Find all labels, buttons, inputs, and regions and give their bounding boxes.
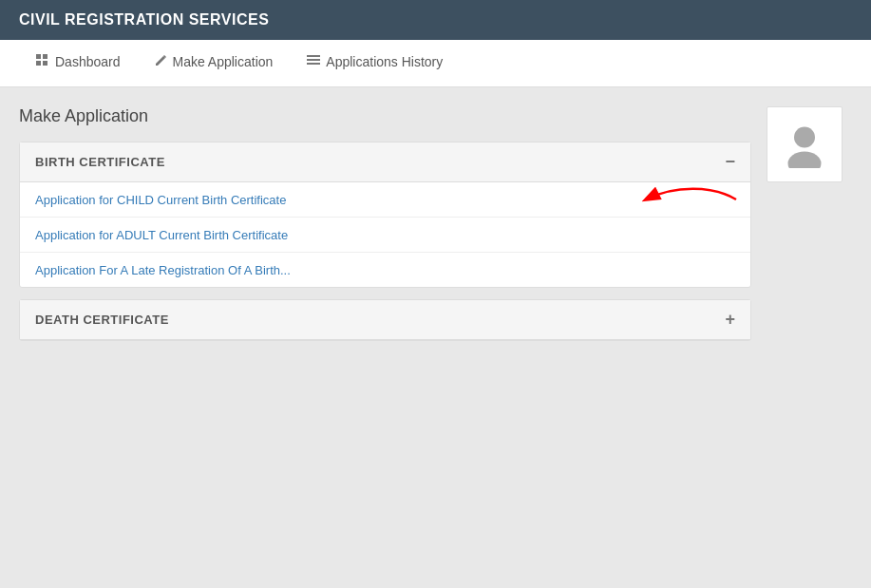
navbar: Dashboard Make Application Applications … (0, 40, 871, 87)
sidebar (767, 106, 852, 561)
list-item: Application for CHILD Current Birth Cert… (20, 182, 750, 218)
svg-rect-4 (307, 55, 320, 57)
red-arrow-annotation (636, 180, 741, 218)
main-area: Make Application BIRTH CERTIFICATE − App… (19, 106, 751, 561)
grid-icon (36, 54, 49, 70)
svg-rect-6 (307, 63, 320, 65)
avatar (767, 106, 843, 182)
birth-certificate-title: BIRTH CERTIFICATE (35, 155, 165, 169)
pencil-icon (155, 54, 167, 69)
nav-dashboard-label: Dashboard (55, 54, 121, 69)
nav-applications-history[interactable]: Applications History (290, 40, 460, 86)
nav-make-application-label: Make Application (173, 54, 274, 69)
svg-point-9 (788, 152, 822, 169)
death-certificate-header[interactable]: DEATH CERTIFICATE + (20, 300, 750, 340)
nav-make-application[interactable]: Make Application (138, 40, 291, 86)
birth-certificate-body: Application for CHILD Current Birth Cert… (20, 182, 750, 287)
list-item: Application for ADULT Current Birth Cert… (20, 218, 750, 253)
list-item: Application For A Late Registration Of A… (20, 253, 750, 287)
svg-rect-3 (43, 61, 47, 66)
birth-certificate-panel: BIRTH CERTIFICATE − Application for CHIL… (19, 142, 751, 288)
nav-dashboard[interactable]: Dashboard (19, 40, 138, 86)
page-content: Make Application BIRTH CERTIFICATE − App… (0, 87, 871, 580)
death-certificate-title: DEATH CERTIFICATE (35, 313, 169, 327)
app-title: CIVIL REGISTRATION SERVICES (19, 11, 269, 28)
svg-rect-5 (307, 59, 320, 61)
svg-rect-0 (36, 54, 41, 59)
list-icon (307, 54, 320, 69)
birth-certificate-toggle[interactable]: − (725, 152, 735, 172)
death-certificate-toggle[interactable]: + (725, 310, 735, 330)
late-birth-link[interactable]: Application For A Late Registration Of A… (35, 263, 291, 277)
avatar-icon (781, 121, 828, 168)
page-heading: Make Application (19, 106, 751, 126)
adult-birth-link[interactable]: Application for ADULT Current Birth Cert… (35, 228, 288, 242)
app-header: CIVIL REGISTRATION SERVICES (0, 0, 871, 40)
svg-point-8 (794, 127, 815, 148)
birth-certificate-header[interactable]: BIRTH CERTIFICATE − (20, 142, 750, 182)
svg-rect-2 (36, 61, 41, 66)
nav-applications-history-label: Applications History (326, 54, 443, 69)
death-certificate-panel: DEATH CERTIFICATE + (19, 299, 751, 341)
child-birth-link[interactable]: Application for CHILD Current Birth Cert… (35, 193, 286, 207)
svg-rect-1 (43, 54, 47, 59)
